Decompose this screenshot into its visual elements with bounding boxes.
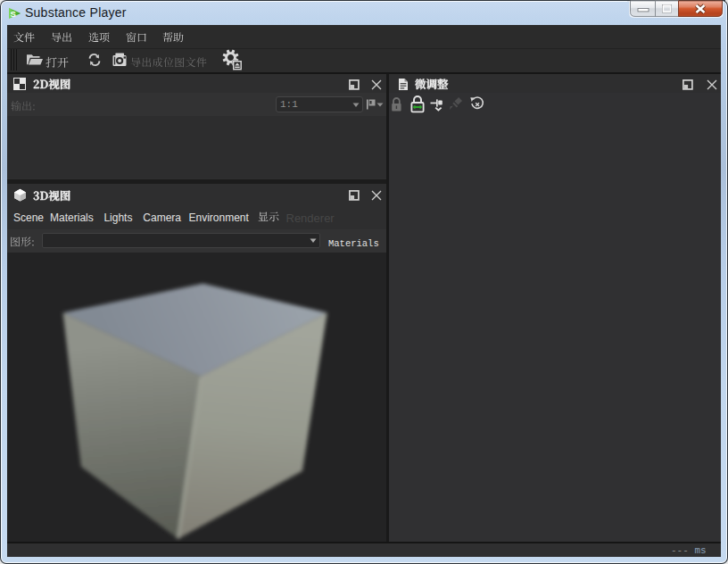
svg-text:S: S	[11, 9, 16, 19]
